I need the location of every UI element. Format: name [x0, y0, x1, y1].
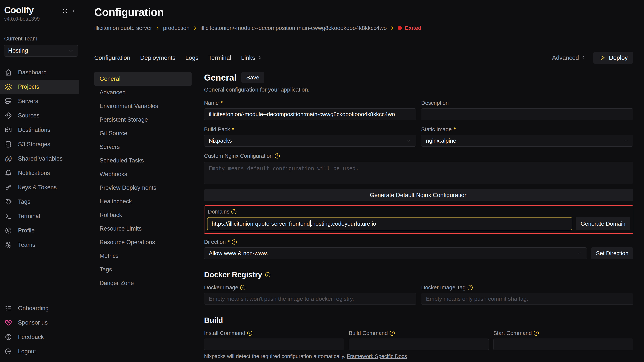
config-menu-scheduled-tasks[interactable]: Scheduled Tasks: [94, 154, 192, 167]
direction-select[interactable]: Allow www & non-www.: [204, 247, 587, 259]
sidebar-item-shared-variables[interactable]: (x) Shared Variables: [0, 151, 79, 166]
config-menu-tags[interactable]: Tags: [94, 263, 192, 276]
config-menu-resource-operations[interactable]: Resource Operations: [94, 236, 192, 249]
tab-terminal[interactable]: Terminal: [208, 54, 231, 61]
config-menu-servers[interactable]: Servers: [94, 140, 192, 154]
info-icon[interactable]: i: [534, 331, 539, 336]
sidebar-item-destinations[interactable]: Destinations: [0, 123, 79, 137]
tab-configuration[interactable]: Configuration: [94, 54, 130, 61]
breadcrumb: illicitonion quote server production ill…: [94, 25, 634, 31]
info-icon[interactable]: i: [468, 285, 473, 290]
sidebar-item-label: Dashboard: [18, 69, 47, 76]
sidebar-item-teams[interactable]: Teams: [0, 238, 79, 252]
bell-icon: [4, 169, 12, 177]
custom-nginx-textarea[interactable]: [204, 162, 634, 184]
theme-sun-icon[interactable]: [62, 7, 68, 14]
sidebar-item-feedback[interactable]: Feedback: [0, 330, 79, 344]
sidebar-item-label: Destinations: [18, 126, 50, 133]
sidebar-item-label: Terminal: [18, 213, 40, 220]
status-badge: Exited: [405, 25, 422, 31]
config-menu-resource-limits[interactable]: Resource Limits: [94, 222, 192, 236]
deploy-button[interactable]: Deploy: [593, 52, 634, 64]
sidebar-item-profile[interactable]: Profile: [0, 223, 79, 238]
tab-links[interactable]: Links: [241, 54, 262, 61]
required-marker: *: [220, 100, 222, 106]
info-icon[interactable]: i: [247, 331, 252, 336]
sidebar-item-terminal[interactable]: Terminal: [0, 209, 79, 223]
nixpacks-note: Nixpacks will detect the required config…: [204, 353, 634, 359]
sidebar-footer-nav: Onboarding Sponsor us Feedback Logout: [0, 301, 82, 359]
tab-deployments[interactable]: Deployments: [140, 54, 176, 61]
chevrons-up-down-icon: [581, 55, 586, 60]
variables-icon: (x): [4, 155, 12, 162]
info-icon[interactable]: i: [231, 209, 236, 214]
config-menu-general[interactable]: General: [94, 72, 192, 86]
name-input[interactable]: [204, 108, 416, 120]
config-menu-environment-variables[interactable]: Environment Variables: [94, 99, 192, 113]
config-menu-webhooks[interactable]: Webhooks: [94, 167, 192, 181]
sidebar-item-s3-storages[interactable]: S3 Storages: [0, 137, 79, 151]
info-icon[interactable]: i: [275, 153, 280, 158]
sidebar-item-onboarding[interactable]: Onboarding: [0, 301, 79, 316]
direction-label: Direction* i: [204, 238, 634, 246]
generate-domain-button[interactable]: Generate Domain: [576, 217, 630, 230]
config-menu-preview-deployments[interactable]: Preview Deployments: [94, 181, 192, 195]
description-label: Description: [421, 99, 634, 106]
tab-logs[interactable]: Logs: [185, 54, 198, 61]
start-command-input[interactable]: [493, 339, 634, 350]
required-marker: *: [228, 239, 230, 245]
advanced-dropdown[interactable]: Advanced: [552, 54, 586, 61]
page-title: Configuration: [94, 6, 634, 18]
map-icon: [4, 126, 12, 134]
sidebar-item-keys-tokens[interactable]: Keys & Tokens: [0, 180, 79, 195]
config-menu-git-source[interactable]: Git Source: [94, 126, 192, 140]
save-button[interactable]: Save: [241, 72, 264, 83]
current-team-label: Current Team: [0, 35, 82, 42]
config-menu-healthcheck[interactable]: Healthcheck: [94, 195, 192, 208]
sidebar-item-tags[interactable]: Tags: [0, 195, 79, 209]
info-icon[interactable]: i: [240, 285, 245, 290]
domains-input[interactable]: https://illicitonion-quote-server-fronte…: [207, 217, 572, 230]
git-source-icon: [4, 112, 12, 119]
main-content: Configuration illicitonion quote server …: [82, 0, 644, 362]
sidebar-item-servers[interactable]: Servers: [0, 94, 79, 108]
team-select[interactable]: Hosting: [4, 45, 78, 56]
heart-handshake-icon: [4, 319, 12, 327]
static-image-label: Static Image*: [421, 126, 634, 133]
breadcrumb-environment[interactable]: production: [163, 25, 190, 31]
config-menu-advanced[interactable]: Advanced: [94, 86, 192, 99]
config-menu-rollback[interactable]: Rollback: [94, 208, 192, 222]
breadcrumb-project[interactable]: illicitonion quote server: [94, 25, 152, 31]
config-menu-danger-zone[interactable]: Danger Zone: [94, 276, 192, 290]
docker-image-tag-input[interactable]: [421, 293, 634, 305]
docker-image-input[interactable]: [204, 293, 416, 305]
set-direction-button[interactable]: Set Direction: [591, 247, 634, 259]
info-icon[interactable]: i: [265, 272, 270, 277]
sidebar-item-label: Logout: [18, 348, 36, 355]
sidebar-item-projects[interactable]: Projects: [0, 80, 79, 94]
sidebar-item-logout[interactable]: Logout: [0, 344, 79, 359]
config-menu-metrics[interactable]: Metrics: [94, 249, 192, 263]
info-icon[interactable]: i: [232, 239, 237, 245]
chevron-right-icon: [155, 26, 160, 31]
build-command-input[interactable]: [349, 339, 489, 350]
framework-docs-link[interactable]: Framework Specific Docs: [347, 353, 407, 359]
theme-selector-chevrons-icon[interactable]: [72, 8, 77, 13]
config-menu-persistent-storage[interactable]: Persistent Storage: [94, 113, 192, 126]
description-input[interactable]: [421, 108, 634, 120]
sidebar-item-sources[interactable]: Sources: [0, 108, 79, 123]
info-icon[interactable]: i: [390, 331, 395, 336]
breadcrumb-application[interactable]: illicitestonion/-module--decomposition:m…: [200, 25, 387, 31]
sidebar-item-notifications[interactable]: Notifications: [0, 166, 79, 180]
server-icon: [4, 97, 12, 105]
tabs-bar: Configuration Deployments Logs Terminal …: [94, 52, 634, 64]
sidebar-item-sponsor-us[interactable]: Sponsor us: [0, 316, 79, 330]
sidebar-item-label: Shared Variables: [18, 155, 63, 162]
sidebar-item-dashboard[interactable]: Dashboard: [0, 65, 79, 80]
generate-nginx-button[interactable]: Generate Default Nginx Configuration: [204, 189, 634, 201]
app-window: Coolify v4.0.0-beta.399 Current Team Hos…: [0, 0, 644, 362]
build-pack-select[interactable]: Nixpacks: [204, 135, 416, 147]
static-image-select[interactable]: nginx:alpine: [421, 135, 634, 147]
install-command-input[interactable]: [204, 339, 344, 350]
sidebar-item-label: S3 Storages: [18, 141, 50, 148]
